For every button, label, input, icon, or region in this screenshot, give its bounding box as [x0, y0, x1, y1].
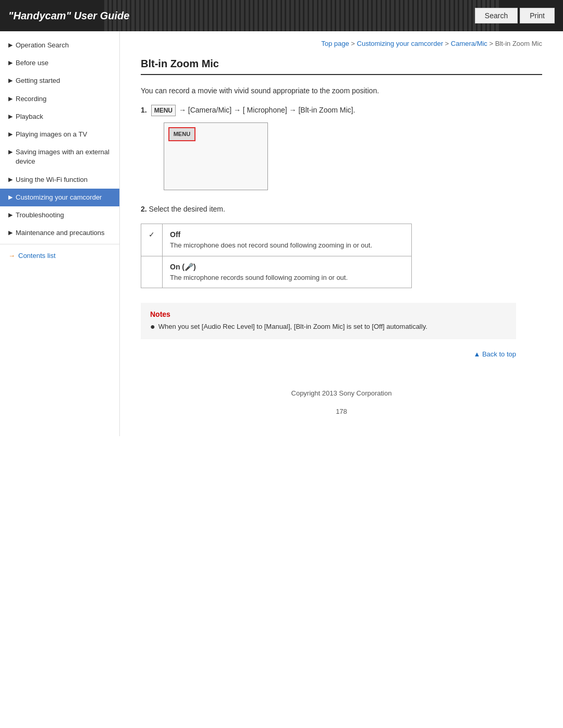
sidebar-item-customizing[interactable]: ▶ Customizing your camcorder — [0, 189, 119, 206]
step-2-num: 2. — [141, 205, 147, 213]
step-1-content: MENU → [Camera/Mic] → [ Microphone] → [B… — [151, 105, 542, 196]
sidebar-item-troubleshooting[interactable]: ▶ Troubleshooting — [0, 206, 119, 224]
breadcrumb-camera-mic[interactable]: Camera/Mic — [451, 40, 487, 47]
sidebar-label: Maintenance and precautions — [16, 228, 105, 238]
option-check-on — [141, 256, 163, 288]
sidebar-item-maintenance[interactable]: ▶ Maintenance and precautions — [0, 224, 119, 242]
breadcrumb-top[interactable]: Top page — [321, 40, 349, 47]
search-button[interactable]: Search — [475, 8, 518, 23]
step-1-num: 1. — [141, 105, 147, 116]
header-stripes — [104, 0, 500, 31]
page-description: You can record a movie with vivid sound … — [141, 85, 542, 96]
sidebar: ▶ Operation Search ▶ Before use ▶ Gettin… — [0, 31, 120, 436]
sidebar-divider — [0, 244, 119, 244]
sidebar-item-saving-images[interactable]: ▶ Saving images with an external device — [0, 143, 119, 170]
sidebar-item-before-use[interactable]: ▶ Before use — [0, 54, 119, 72]
sidebar-label: Before use — [16, 58, 48, 68]
option-on-label: On (🎤) — [170, 262, 404, 273]
step-1: 1. MENU → [Camera/Mic] → [ Microphone] →… — [141, 105, 542, 196]
step-2: 2. Select the desired item. — [141, 205, 542, 213]
breadcrumb-sep3: > — [487, 40, 495, 47]
breadcrumb-sep1: > — [349, 40, 357, 47]
sidebar-label: Customizing your camcorder — [16, 193, 102, 202]
menu-key: MENU — [151, 105, 176, 116]
arrow-icon: ▶ — [8, 95, 13, 103]
sidebar-label: Recording — [16, 94, 46, 104]
table-row: On (🎤) The microphone records sound foll… — [141, 256, 412, 288]
sidebar-label: Troubleshooting — [16, 211, 64, 220]
sidebar-label: Operation Search — [16, 41, 69, 50]
notes-text: When you set [Audio Rec Level] to [Manua… — [158, 322, 427, 332]
contents-list-label: Contents list — [18, 252, 56, 260]
options-table: ✓ Off The microphone does not record sou… — [141, 224, 412, 288]
print-button[interactable]: Print — [520, 8, 555, 23]
arrow-icon: ▶ — [8, 41, 13, 49]
arrow-icon: ▶ — [8, 211, 13, 219]
header-buttons: Search Print — [475, 8, 555, 23]
sidebar-label: Using the Wi-Fi function — [16, 175, 88, 184]
back-to-top: ▲ Back to top — [141, 350, 516, 358]
sidebar-label: Getting started — [16, 76, 60, 85]
sidebar-item-wifi[interactable]: ▶ Using the Wi-Fi function — [0, 171, 119, 189]
menu-button-image: MENU — [168, 127, 195, 141]
notes-title: Notes — [150, 310, 507, 318]
option-off-desc: The microphone does not record sound fol… — [170, 240, 404, 251]
arrow-icon: ▶ — [8, 176, 13, 183]
sidebar-label: Saving images with an external device — [16, 147, 113, 166]
arrow-icon: ▶ — [8, 229, 13, 237]
arrow-icon: ▶ — [8, 130, 13, 138]
header: "Handycam" User Guide Search Print — [0, 0, 563, 31]
table-row: ✓ Off The microphone does not record sou… — [141, 224, 412, 256]
step-2-text: Select the desired item. — [149, 205, 225, 213]
arrow-icon: ▶ — [8, 113, 13, 120]
page-number: 178 — [141, 408, 542, 415]
sidebar-item-getting-started[interactable]: ▶ Getting started — [0, 72, 119, 90]
breadcrumb-current: Blt-in Zoom Mic — [495, 40, 542, 47]
notes-section: Notes ● When you set [Audio Rec Level] t… — [141, 303, 516, 339]
sidebar-item-playback[interactable]: ▶ Playback — [0, 108, 119, 126]
menu-image: MENU — [164, 122, 268, 190]
contents-list-link[interactable]: → Contents list — [0, 246, 119, 265]
arrow-icon: ▶ — [8, 77, 13, 84]
main-container: ▶ Operation Search ▶ Before use ▶ Gettin… — [0, 31, 563, 436]
breadcrumb: Top page > Customizing your camcorder > … — [141, 40, 542, 47]
copyright: Copyright 2013 Sony Corporation — [141, 389, 542, 397]
header-title: "Handycam" User Guide — [8, 10, 129, 22]
arrow-right-icon: → — [8, 252, 15, 260]
step-1-text: → [Camera/Mic] → [ Microphone] → [Blt-in… — [179, 106, 355, 114]
sidebar-item-playing-images-tv[interactable]: ▶ Playing images on a TV — [0, 126, 119, 143]
option-on: On (🎤) The microphone records sound foll… — [163, 256, 412, 288]
sidebar-item-recording[interactable]: ▶ Recording — [0, 90, 119, 108]
notes-bullet: ● — [150, 322, 155, 331]
option-check-off: ✓ — [141, 224, 163, 256]
sidebar-label: Playback — [16, 112, 43, 121]
arrow-icon: ▶ — [8, 59, 13, 67]
arrow-icon: ▶ — [8, 193, 13, 201]
notes-item: ● When you set [Audio Rec Level] to [Man… — [150, 322, 507, 332]
page-title: Blt-in Zoom Mic — [141, 58, 542, 75]
breadcrumb-customize[interactable]: Customizing your camcorder — [357, 40, 443, 47]
arrow-icon: ▶ — [8, 148, 13, 156]
sidebar-label: Playing images on a TV — [16, 130, 87, 139]
sidebar-item-operation-search[interactable]: ▶ Operation Search — [0, 36, 119, 54]
content-area: Top page > Customizing your camcorder > … — [120, 31, 563, 436]
option-off: Off The microphone does not record sound… — [163, 224, 412, 256]
option-on-desc: The microphone records sound following z… — [170, 273, 404, 283]
back-to-top-link[interactable]: ▲ Back to top — [473, 350, 516, 358]
breadcrumb-sep2: > — [443, 40, 451, 47]
option-off-label: Off — [170, 229, 404, 240]
